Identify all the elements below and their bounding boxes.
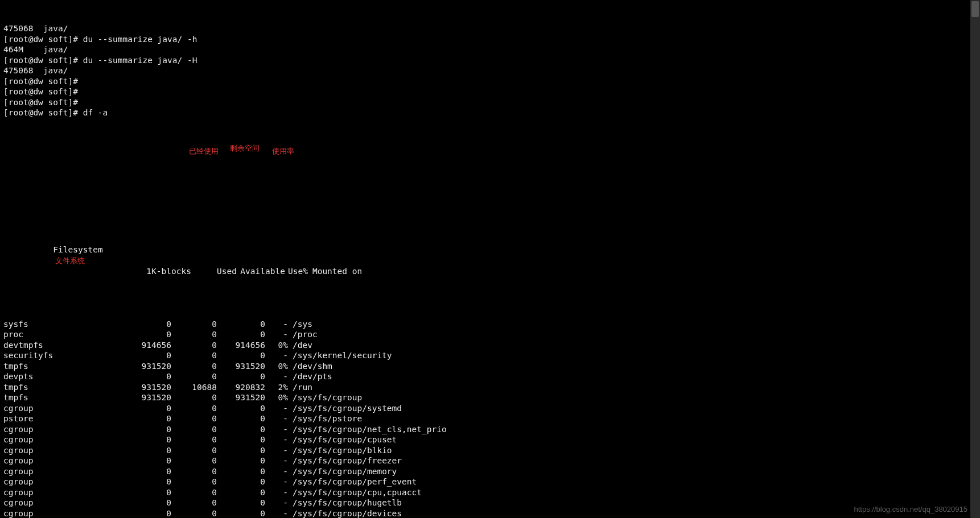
- df-cell-filesystem: cgroup: [3, 445, 117, 456]
- df-annotation-row: 已经使用 剩余空间 使用率: [3, 150, 977, 202]
- df-cell-blocks: 0: [117, 476, 171, 487]
- df-cell-avail: 0: [217, 487, 265, 498]
- df-cell-filesystem: cgroup: [3, 434, 117, 445]
- df-cell-blocks: 0: [117, 403, 171, 414]
- df-cell-pct: -: [265, 371, 288, 382]
- df-cell-filesystem: cgroup: [3, 508, 117, 519]
- df-cell-avail: 0: [217, 508, 265, 519]
- df-row: securityfs000-/sys/kernel/security: [3, 350, 977, 361]
- df-cell-mount: /sys/fs/cgroup/blkio: [288, 445, 392, 456]
- df-cell-blocks: 931520: [117, 392, 171, 403]
- df-cell-filesystem: securityfs: [3, 350, 117, 361]
- vertical-scrollbar[interactable]: [970, 0, 980, 518]
- df-cell-filesystem: tmpfs: [3, 382, 117, 393]
- df-cell-mount: /run: [288, 382, 312, 393]
- df-cell-blocks: 931520: [117, 361, 171, 372]
- df-cell-filesystem: sysfs: [3, 319, 117, 330]
- df-row: cgroup000-/sys/fs/cgroup/systemd: [3, 403, 977, 414]
- df-cell-pct: -: [265, 455, 288, 466]
- df-cell-used: 0: [171, 319, 217, 330]
- df-cell-blocks: 0: [117, 487, 171, 498]
- df-cell-avail: 0: [217, 466, 265, 477]
- df-header-mount: Mounted on: [308, 266, 362, 277]
- df-cell-used: 0: [171, 487, 217, 498]
- df-cell-used: 0: [171, 455, 217, 466]
- df-cell-pct: -: [265, 476, 288, 487]
- df-cell-mount: /sys/fs/cgroup/hugetlb: [288, 498, 402, 508]
- annotation-pct: 使用率: [272, 146, 294, 157]
- terminal-line: [root@dw soft]# du --summarize java/ -H: [3, 55, 977, 66]
- df-cell-avail: 0: [217, 476, 265, 487]
- df-cell-avail: 0: [217, 455, 265, 466]
- df-cell-avail: 931520: [217, 361, 265, 372]
- df-cell-used: 0: [171, 424, 217, 435]
- df-row: sysfs000-/sys: [3, 319, 977, 330]
- scrollbar-thumb[interactable]: [971, 1, 979, 17]
- df-row: tmpfs93152009315200%/dev/shm: [3, 361, 977, 372]
- df-cell-pct: 2%: [265, 382, 288, 393]
- df-cell-mount: /sys/fs/cgroup/cpu,cpuacct: [288, 487, 422, 498]
- df-cell-pct: -: [265, 434, 288, 445]
- df-cell-pct: -: [265, 350, 288, 361]
- df-header-filesystem: Filesystem: [53, 245, 102, 255]
- df-cell-blocks: 0: [117, 434, 171, 445]
- df-cell-mount: /sys: [288, 319, 312, 330]
- terminal-output[interactable]: 475068 java/[root@dw soft]# du --summari…: [0, 0, 980, 518]
- df-row: cgroup000-/sys/fs/cgroup/memory: [3, 466, 977, 477]
- df-row: devpts000-/dev/pts: [3, 371, 977, 382]
- df-cell-mount: /dev/shm: [288, 361, 332, 372]
- df-row: tmpfs93152009315200%/sys/fs/cgroup: [3, 392, 977, 403]
- df-row: cgroup000-/sys/fs/cgroup/blkio: [3, 445, 977, 456]
- df-cell-filesystem: pstore: [3, 413, 117, 424]
- df-cell-used: 0: [171, 361, 217, 372]
- df-cell-used: 0: [171, 498, 217, 508]
- terminal-line: [root@dw soft]#: [3, 86, 977, 97]
- annotation-avail: 剩余空间: [230, 143, 260, 154]
- df-cell-mount: /sys/fs/cgroup/systemd: [288, 403, 402, 414]
- df-row: cgroup000-/sys/fs/cgroup/net_cls,net_pri…: [3, 424, 977, 435]
- df-cell-mount: /sys/fs/cgroup/memory: [288, 466, 397, 477]
- annotation-used: 已经使用: [189, 146, 219, 157]
- df-header-used: Used: [191, 266, 237, 277]
- df-cell-blocks: 0: [117, 371, 171, 382]
- df-cell-pct: -: [265, 508, 288, 519]
- df-cell-mount: /sys/fs/pstore: [288, 413, 362, 424]
- df-cell-pct: -: [265, 466, 288, 477]
- df-cell-filesystem: cgroup: [3, 487, 117, 498]
- df-row: cgroup000-/sys/fs/cgroup/cpuset: [3, 434, 977, 445]
- terminal-line: [root@dw soft]# df -a: [3, 107, 977, 118]
- df-cell-used: 0: [171, 371, 217, 382]
- df-cell-used: 0: [171, 350, 217, 361]
- terminal-line: 475068 java/: [3, 65, 977, 76]
- df-cell-blocks: 931520: [117, 382, 171, 393]
- df-cell-filesystem: cgroup: [3, 403, 117, 414]
- df-cell-mount: /sys/kernel/security: [288, 350, 392, 361]
- df-cell-pct: -: [265, 498, 288, 508]
- df-cell-avail: 0: [217, 413, 265, 424]
- df-cell-mount: /sys/fs/cgroup/perf_event: [288, 476, 417, 487]
- terminal-line: 475068 java/: [3, 23, 977, 34]
- df-cell-used: 0: [171, 445, 217, 456]
- df-cell-pct: -: [265, 329, 288, 340]
- df-cell-pct: -: [265, 403, 288, 414]
- df-cell-avail: 920832: [217, 382, 265, 393]
- df-row: devtmpfs91465609146560%/dev: [3, 340, 977, 351]
- df-cell-avail: 0: [217, 319, 265, 330]
- df-cell-pct: 0%: [265, 340, 288, 351]
- df-cell-mount: /sys/fs/cgroup: [288, 392, 362, 403]
- df-cell-blocks: 0: [117, 445, 171, 456]
- df-cell-avail: 914656: [217, 340, 265, 351]
- df-row: proc000-/proc: [3, 329, 977, 340]
- df-cell-avail: 0: [217, 329, 265, 340]
- terminal-line: [root@dw soft]#: [3, 76, 977, 87]
- df-cell-pct: -: [265, 445, 288, 456]
- df-cell-used: 0: [171, 392, 217, 403]
- terminal-line: [root@dw soft]#: [3, 97, 977, 108]
- df-cell-avail: 0: [217, 403, 265, 414]
- df-cell-blocks: 0: [117, 508, 171, 519]
- df-cell-used: 0: [171, 476, 217, 487]
- df-cell-pct: -: [265, 413, 288, 424]
- df-cell-filesystem: cgroup: [3, 455, 117, 466]
- df-cell-avail: 0: [217, 424, 265, 435]
- df-cell-used: 0: [171, 434, 217, 445]
